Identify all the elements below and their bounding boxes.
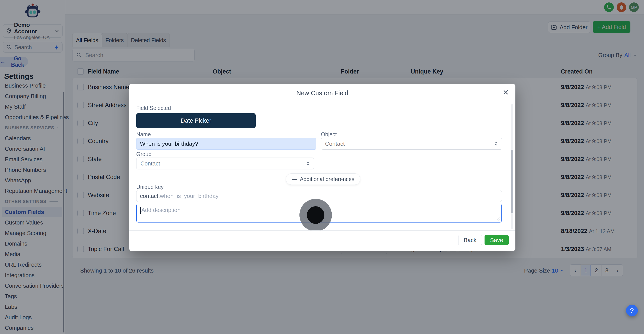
additional-preferences-label: Additional preferences xyxy=(300,176,354,182)
object-select[interactable]: Contact xyxy=(321,138,502,150)
select-spinner-icon xyxy=(305,161,311,166)
close-icon[interactable]: ✕ xyxy=(503,89,509,96)
modal-scrollbar-thumb[interactable] xyxy=(511,150,513,213)
group-label: Group xyxy=(136,151,151,157)
text-caret xyxy=(140,207,141,214)
back-button[interactable]: Back xyxy=(458,235,482,245)
name-input[interactable] xyxy=(136,138,316,150)
unique-key-prefix: contact. xyxy=(140,193,160,200)
new-custom-field-modal: New Custom Field ✕ Field Selected Date P… xyxy=(129,84,516,251)
field-selected-label: Field Selected xyxy=(136,105,171,111)
object-select-value: Contact xyxy=(325,140,345,147)
group-select[interactable]: Contact xyxy=(136,157,314,170)
description-placeholder: Add description xyxy=(141,207,180,213)
unique-key-rest: when_is_your_birthday xyxy=(160,193,218,200)
group-select-value: Contact xyxy=(140,160,160,167)
unique-key-label: Unique key xyxy=(136,184,164,190)
resize-handle-icon[interactable] xyxy=(496,217,500,221)
select-spinner-icon xyxy=(493,141,499,146)
save-button[interactable]: Save xyxy=(484,235,509,245)
help-button[interactable]: ? xyxy=(626,305,638,316)
field-type-button[interactable]: Date Picker xyxy=(136,113,256,128)
additional-preferences-toggle[interactable]: — Additional preferences xyxy=(286,173,360,185)
modal-footer-divider xyxy=(129,230,516,231)
object-label: Object xyxy=(321,131,337,138)
name-label: Name xyxy=(136,131,151,138)
modal-title: New Custom Field xyxy=(129,84,516,102)
loading-spinner-core xyxy=(307,206,324,224)
minus-icon: — xyxy=(292,176,297,182)
modal-header: New Custom Field ✕ xyxy=(129,84,516,102)
